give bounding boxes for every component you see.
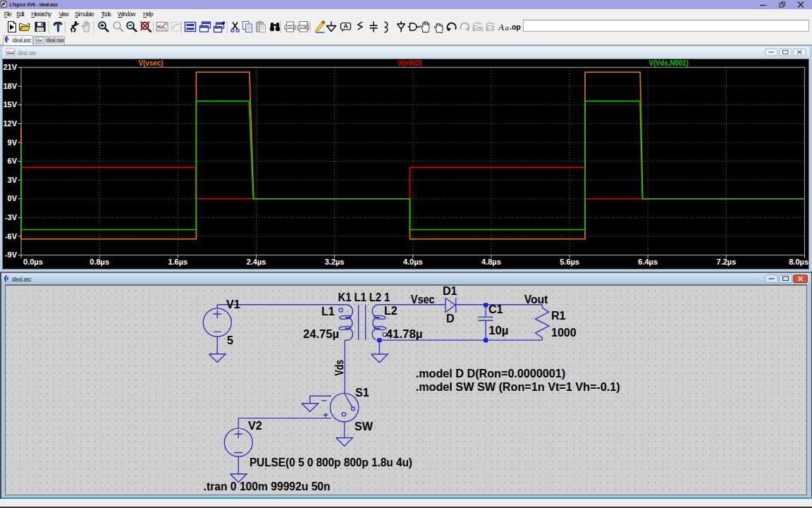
svg-text:V1: V1 bbox=[226, 298, 240, 310]
svg-text:D1: D1 bbox=[443, 285, 457, 297]
svg-text:Vout: Vout bbox=[524, 294, 548, 306]
svg-text:10µ: 10µ bbox=[488, 325, 508, 337]
svg-text:S1: S1 bbox=[355, 387, 369, 399]
svg-text:.tran 0 100m 99992u 50n: .tran 0 100m 99992u 50n bbox=[204, 480, 331, 492]
svg-text:R1: R1 bbox=[551, 310, 566, 322]
svg-text:5: 5 bbox=[227, 334, 233, 346]
svg-text:D: D bbox=[446, 313, 455, 325]
svg-text:Vsec: Vsec bbox=[411, 294, 435, 306]
svg-text:L1: L1 bbox=[321, 306, 335, 318]
svg-text:.model D D(Ron=0.0000001): .model D D(Ron=0.0000001) bbox=[416, 368, 566, 380]
svg-text:1000: 1000 bbox=[551, 327, 577, 339]
svg-text:K1 L1 L2 1: K1 L1 L2 1 bbox=[338, 291, 390, 303]
svg-text:SW: SW bbox=[355, 421, 374, 433]
svg-text:.model SW SW (Ron=1n Vt=1 Vh=-: .model SW SW (Ron=1n Vt=1 Vh=-0.1) bbox=[416, 381, 620, 393]
svg-text:L2: L2 bbox=[384, 305, 398, 317]
svg-text:41.78µ: 41.78µ bbox=[386, 328, 423, 340]
svg-text:24.75µ: 24.75µ bbox=[303, 328, 339, 340]
svg-text:C1: C1 bbox=[488, 303, 503, 315]
svg-text:V2: V2 bbox=[248, 420, 262, 432]
svg-text:Vds: Vds bbox=[333, 360, 345, 376]
svg-text:PULSE(0 5 0 800p 800p 1.8u 4u): PULSE(0 5 0 800p 800p 1.8u 4u) bbox=[250, 456, 412, 468]
